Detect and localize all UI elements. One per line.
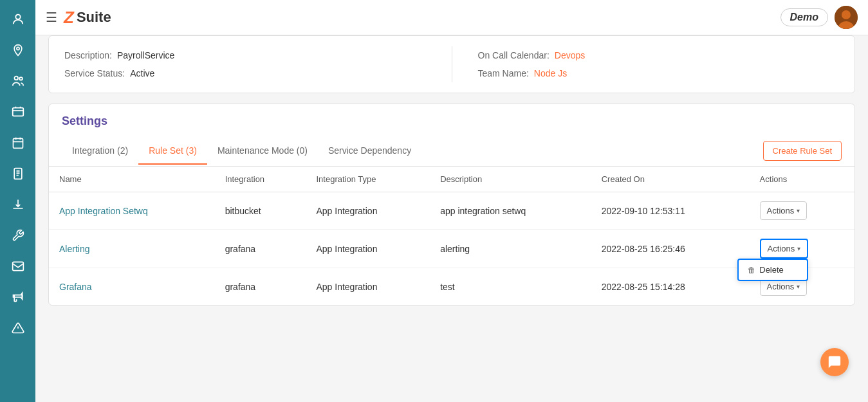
actions-dropdown-2-open[interactable]: Actions ▾ bbox=[760, 239, 809, 259]
tabs-left: Integration (2) Rule Set (3) Maintenance… bbox=[62, 138, 421, 165]
chat-bubble[interactable] bbox=[820, 348, 849, 376]
svg-rect-4 bbox=[12, 108, 23, 116]
hamburger-menu[interactable]: ☰ bbox=[46, 10, 57, 25]
row3-integration: grafana bbox=[215, 268, 306, 306]
row3-integration-type: App Integration bbox=[306, 268, 430, 306]
row1-description: app integration setwq bbox=[430, 192, 591, 230]
info-row-2: Service Status: Active Team Name: Node J… bbox=[64, 64, 839, 82]
table-body: App Integration Setwq bitbucket App Inte… bbox=[49, 192, 854, 306]
rules-table: Name Integration Integration Type Descri… bbox=[49, 167, 854, 305]
service-status-label: Service Status: bbox=[64, 68, 125, 78]
table-row: App Integration Setwq bitbucket App Inte… bbox=[49, 192, 854, 230]
row3-description: test bbox=[430, 268, 591, 306]
table-row: Alerting grafana App Integration alertin… bbox=[49, 230, 854, 268]
svg-point-1 bbox=[16, 47, 19, 50]
chevron-down-icon-2: ▾ bbox=[797, 245, 800, 252]
row2-integration: grafana bbox=[215, 230, 306, 268]
settings-card: Settings Integration (2) Rule Set (3) Ma… bbox=[48, 104, 855, 306]
sidebar-icon-location[interactable] bbox=[5, 37, 31, 63]
demo-button[interactable]: Demo bbox=[780, 8, 828, 26]
row3-name: Grafana bbox=[49, 268, 215, 306]
table-header-row: Name Integration Integration Type Descri… bbox=[49, 167, 854, 192]
sidebar-icon-calendar[interactable] bbox=[5, 130, 31, 156]
logo-z-icon: Z bbox=[64, 8, 74, 28]
svg-point-0 bbox=[15, 15, 20, 19]
settings-header: Settings bbox=[49, 104, 854, 128]
description-label: Description: bbox=[64, 50, 112, 60]
row2-created-on: 2022-08-25 16:25:46 bbox=[591, 230, 750, 268]
sidebar-icon-download[interactable] bbox=[5, 192, 31, 217]
description-value: PayrollService bbox=[117, 50, 174, 60]
row3-created-on: 2022-08-25 15:14:28 bbox=[591, 268, 750, 306]
sidebar-icon-megaphone[interactable] bbox=[5, 284, 31, 310]
col-integration: Integration bbox=[215, 167, 306, 192]
col-name: Name bbox=[49, 167, 215, 192]
actions-dropdown-menu: 🗑 Delete bbox=[737, 259, 808, 281]
topbar-right: Demo bbox=[780, 6, 858, 29]
actions-label-1: Actions bbox=[767, 206, 795, 215]
chevron-down-icon-3: ▾ bbox=[797, 283, 800, 290]
on-call-value[interactable]: Devops bbox=[555, 50, 585, 60]
trash-icon: 🗑 bbox=[748, 266, 755, 275]
sidebar-icon-tool[interactable] bbox=[5, 223, 31, 248]
tabs-bar: Integration (2) Rule Set (3) Maintenance… bbox=[49, 136, 854, 167]
actions-label-3: Actions bbox=[767, 282, 795, 291]
logo-suite-text: Suite bbox=[77, 9, 111, 26]
svg-point-3 bbox=[19, 77, 23, 80]
svg-rect-5 bbox=[13, 138, 23, 148]
col-integration-type: Integration Type bbox=[306, 167, 430, 192]
actions-label-2: Actions bbox=[768, 244, 795, 253]
sidebar-icon-warning[interactable] bbox=[5, 315, 31, 341]
logo: Z Suite bbox=[64, 8, 111, 28]
team-name-label: Team Name: bbox=[478, 68, 529, 78]
topbar: ☰ Z Suite Demo bbox=[35, 0, 868, 35]
row2-name: Alerting bbox=[49, 230, 215, 268]
sidebar-icon-mail[interactable] bbox=[5, 253, 31, 279]
svg-rect-7 bbox=[12, 262, 23, 270]
on-call-label: On Call Calendar: bbox=[478, 50, 549, 60]
tab-maintenance[interactable]: Maintenance Mode (0) bbox=[207, 138, 318, 165]
row1-integration: bitbucket bbox=[215, 192, 306, 230]
tab-ruleset[interactable]: Rule Set (3) bbox=[138, 138, 207, 165]
actions-dropdown-1[interactable]: Actions ▾ bbox=[760, 201, 808, 220]
info-row-1: Description: PayrollService On Call Cale… bbox=[64, 46, 839, 64]
team-name-value[interactable]: Node Js bbox=[534, 68, 567, 78]
sidebar-icon-group[interactable] bbox=[5, 99, 31, 125]
sidebar-icon-doc[interactable] bbox=[5, 161, 31, 187]
info-divider-2 bbox=[452, 64, 452, 82]
description-cell: Description: PayrollService bbox=[64, 46, 426, 64]
sidebar-icon-face[interactable] bbox=[5, 6, 31, 32]
row2-integration-type: App Integration bbox=[306, 230, 430, 268]
table-head: Name Integration Integration Type Descri… bbox=[49, 167, 854, 192]
create-ruleset-button[interactable]: Create Rule Set bbox=[763, 141, 842, 161]
sidebar-icon-users[interactable] bbox=[5, 68, 31, 94]
topbar-left: ☰ Z Suite bbox=[46, 8, 111, 28]
col-description: Description bbox=[430, 167, 591, 192]
row1-created-on: 2022-09-10 12:53:11 bbox=[591, 192, 750, 230]
team-name-cell: Team Name: Node Js bbox=[478, 64, 840, 82]
row2-description: alerting bbox=[430, 230, 591, 268]
tab-integration[interactable]: Integration (2) bbox=[62, 138, 138, 165]
on-call-cell: On Call Calendar: Devops bbox=[478, 46, 840, 64]
chevron-down-icon-1: ▾ bbox=[797, 207, 800, 214]
table-wrapper: Name Integration Integration Type Descri… bbox=[49, 167, 854, 305]
delete-menu-item[interactable]: 🗑 Delete bbox=[739, 260, 807, 280]
row1-actions: Actions ▾ bbox=[750, 192, 854, 230]
sidebar bbox=[0, 0, 35, 402]
tab-service-dependency[interactable]: Service Dependency bbox=[318, 138, 421, 165]
info-divider bbox=[452, 46, 452, 64]
col-created-on: Created On bbox=[591, 167, 750, 192]
col-actions: Actions bbox=[750, 167, 854, 192]
service-status-value: Active bbox=[130, 68, 154, 78]
info-card: Description: PayrollService On Call Cale… bbox=[48, 35, 855, 93]
row1-name: App Integration Setwq bbox=[49, 192, 215, 230]
service-status-cell: Service Status: Active bbox=[64, 64, 426, 82]
svg-point-2 bbox=[14, 77, 18, 80]
row2-actions: Actions ▾ 🗑 Delete bbox=[750, 230, 854, 268]
table-row: Grafana grafana App Integration test 202… bbox=[49, 268, 854, 306]
dropdown-open-container: Actions ▾ 🗑 Delete bbox=[760, 239, 809, 259]
settings-title: Settings bbox=[62, 114, 842, 128]
delete-label: Delete bbox=[759, 265, 784, 275]
main-container: ☰ Z Suite Demo Description: bbox=[35, 0, 868, 402]
avatar[interactable] bbox=[835, 6, 858, 29]
